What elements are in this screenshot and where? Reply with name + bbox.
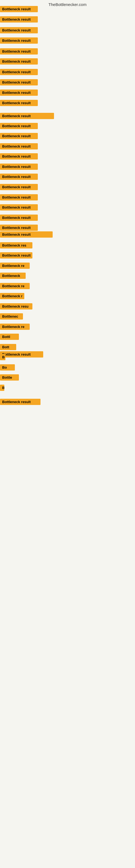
bottleneck-result-item[interactable]: Bottleneck result: [0, 252, 32, 258]
bottleneck-result-item[interactable]: Bottleneck result: [0, 123, 38, 129]
bottleneck-result-item[interactable]: Bottleneck result: [0, 6, 38, 12]
bottleneck-result-item[interactable]: Bottleneck result: [0, 231, 53, 238]
bottleneck-result-item[interactable]: Bottleneck result: [0, 399, 41, 405]
bottleneck-result-item[interactable]: Bottleneck result: [0, 174, 38, 180]
bottleneck-result-item[interactable]: Bottleneck result: [0, 153, 38, 159]
bottleneck-result-item[interactable]: B: [0, 384, 4, 391]
bottleneck-result-item[interactable]: Bottleneck result: [0, 184, 38, 190]
bottleneck-result-item[interactable]: Bottleneck result: [0, 16, 38, 23]
bottleneck-result-item[interactable]: Bottleneck result: [0, 90, 38, 96]
bottleneck-result-item[interactable]: Bottleneck result: [0, 163, 38, 170]
bottleneck-result-item[interactable]: Bottlenec: [0, 313, 23, 319]
bottleneck-result-item[interactable]: Bott: [0, 344, 16, 350]
bottleneck-result-item[interactable]: Bottleneck result: [0, 27, 38, 33]
bottleneck-result-item[interactable]: Bottleneck result: [0, 143, 38, 150]
bottleneck-result-item[interactable]: Bottl: [0, 334, 19, 340]
bottleneck-result-item[interactable]: Bottleneck result: [0, 215, 38, 221]
bottleneck-result-item[interactable]: Bottleneck result: [0, 351, 43, 358]
bottleneck-result-item[interactable]: Bo: [0, 364, 15, 371]
bottleneck-result-item[interactable]: Bottleneck re: [0, 262, 30, 269]
bottleneck-result-item[interactable]: Bottleneck result: [0, 58, 38, 65]
bottleneck-result-item[interactable]: Bottleneck result: [0, 133, 38, 139]
bottleneck-result-item[interactable]: Bottleneck result: [0, 225, 38, 231]
bottleneck-result-item[interactable]: Bottleneck result: [0, 69, 38, 75]
bottleneck-result-item[interactable]: Bottleneck res: [0, 242, 32, 248]
bottleneck-result-item[interactable]: Bottle: [0, 374, 19, 380]
bottleneck-result-item[interactable]: Bottleneck result: [0, 194, 38, 200]
bottleneck-result-item[interactable]: Bottleneck: [0, 273, 26, 279]
bottleneck-result-item[interactable]: Bottleneck result: [0, 204, 38, 211]
bottleneck-result-item[interactable]: Bottleneck result: [0, 113, 54, 119]
bottleneck-result-item[interactable]: Bottleneck result: [0, 37, 38, 44]
bottleneck-result-item[interactable]: Bottleneck result: [0, 79, 38, 86]
bottleneck-result-item[interactable]: B: [0, 354, 5, 360]
bottleneck-result-item[interactable]: Bottleneck result: [0, 100, 38, 106]
bottleneck-result-item[interactable]: Bottleneck resu: [0, 303, 32, 310]
bottleneck-result-item[interactable]: Bottleneck result: [0, 48, 38, 55]
bottleneck-result-item[interactable]: Bottleneck re: [0, 283, 30, 289]
bottleneck-result-item[interactable]: Bottleneck re: [0, 323, 30, 330]
bottleneck-result-item[interactable]: Bottleneck r: [0, 293, 24, 299]
